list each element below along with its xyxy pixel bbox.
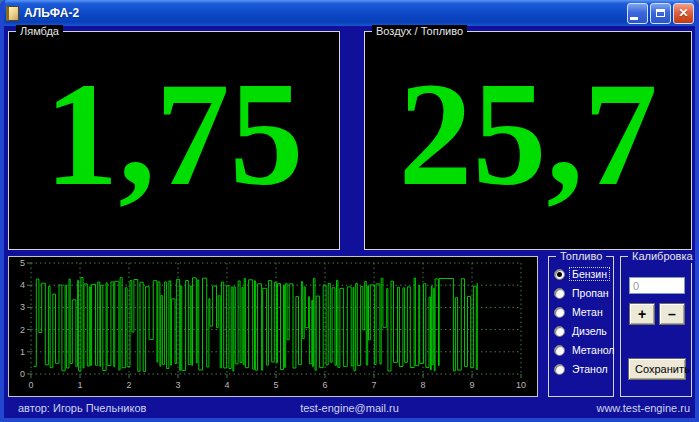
calibration-plus-button[interactable]: + xyxy=(629,303,655,325)
signal-chart-svg: 012345678910012345 xyxy=(9,257,537,396)
calibration-groupbox: Калибровка + – Сохранить xyxy=(620,256,692,397)
svg-text:3: 3 xyxy=(20,302,25,312)
fuel-radio-4[interactable]: Дизель xyxy=(554,325,611,337)
minimize-icon xyxy=(630,17,638,20)
svg-text:4: 4 xyxy=(224,380,229,390)
maximize-icon xyxy=(656,9,665,17)
svg-text:7: 7 xyxy=(371,380,376,390)
svg-text:0: 0 xyxy=(20,369,25,379)
radio-icon[interactable] xyxy=(554,307,565,318)
svg-text:2: 2 xyxy=(20,325,25,335)
radio-icon[interactable] xyxy=(554,326,565,337)
radio-icon[interactable] xyxy=(554,288,565,299)
footer-website: www.test-engine.ru xyxy=(596,402,690,414)
fuel-radio-label: Метан xyxy=(569,305,606,319)
lambda-value: 1,75 xyxy=(9,32,339,249)
fuel-groupbox: Топливо БензинПропанМетанДизельМетанолЭт… xyxy=(548,256,614,397)
svg-text:6: 6 xyxy=(322,380,327,390)
svg-text:8: 8 xyxy=(420,380,425,390)
minimize-button[interactable] xyxy=(627,3,648,24)
svg-text:5: 5 xyxy=(273,380,278,390)
window-title: АЛЬФА-2 xyxy=(24,6,627,20)
close-button[interactable]: ✕ xyxy=(673,3,694,24)
radio-icon[interactable] xyxy=(554,364,565,375)
fuel-radio-label: Пропан xyxy=(569,286,612,300)
fuel-radio-label: Этанол xyxy=(569,362,611,376)
fuel-radio-label: Бензин xyxy=(569,267,610,281)
svg-text:5: 5 xyxy=(20,258,25,268)
fuel-radio-5[interactable]: Метанол xyxy=(554,344,611,356)
svg-text:1: 1 xyxy=(77,380,82,390)
footer-email: test-engine@mail.ru xyxy=(4,402,695,414)
lambda-panel: Лямбда 1,75 xyxy=(8,31,340,250)
fuel-radio-1[interactable]: Бензин xyxy=(554,268,611,280)
svg-text:3: 3 xyxy=(175,380,180,390)
titlebar[interactable]: АЛЬФА-2 ✕ xyxy=(0,0,699,26)
window-controls: ✕ xyxy=(627,3,694,24)
air-fuel-panel-label: Воздух / Топливо xyxy=(372,25,467,38)
air-fuel-panel: Воздух / Топливо 25,7 xyxy=(364,31,692,250)
signal-chart: 012345678910012345 xyxy=(8,256,538,397)
maximize-button[interactable] xyxy=(650,3,671,24)
save-button[interactable]: Сохранить xyxy=(628,358,686,380)
fuel-radio-6[interactable]: Этанол xyxy=(554,363,611,375)
fuel-groupbox-label: Топливо xyxy=(556,250,606,263)
calibration-minus-button[interactable]: – xyxy=(659,303,685,325)
svg-text:10: 10 xyxy=(516,380,526,390)
fuel-radio-label: Дизель xyxy=(569,324,610,338)
calibration-groupbox-label: Калибровка xyxy=(628,250,697,263)
radio-icon[interactable] xyxy=(554,345,565,356)
air-fuel-value: 25,7 xyxy=(365,32,691,249)
app-icon xyxy=(6,6,19,21)
svg-text:4: 4 xyxy=(20,280,25,290)
fuel-radio-2[interactable]: Пропан xyxy=(554,287,611,299)
svg-text:2: 2 xyxy=(126,380,131,390)
svg-text:1: 1 xyxy=(20,347,25,357)
app-window: АЛЬФА-2 ✕ Лямбда 1,75 Воздух / Топливо 2… xyxy=(0,0,699,422)
lambda-panel-label: Лямбда xyxy=(16,25,63,38)
fuel-radio-list: БензинПропанМетанДизельМетанолЭтанол xyxy=(554,268,611,375)
fuel-radio-label: Метанол xyxy=(569,343,617,357)
calibration-input[interactable] xyxy=(629,277,685,294)
client-area: Лямбда 1,75 Воздух / Топливо 25,7 012345… xyxy=(4,26,695,418)
svg-text:9: 9 xyxy=(469,380,474,390)
fuel-radio-3[interactable]: Метан xyxy=(554,306,611,318)
svg-text:0: 0 xyxy=(28,380,33,390)
radio-selected-icon[interactable] xyxy=(554,269,565,280)
